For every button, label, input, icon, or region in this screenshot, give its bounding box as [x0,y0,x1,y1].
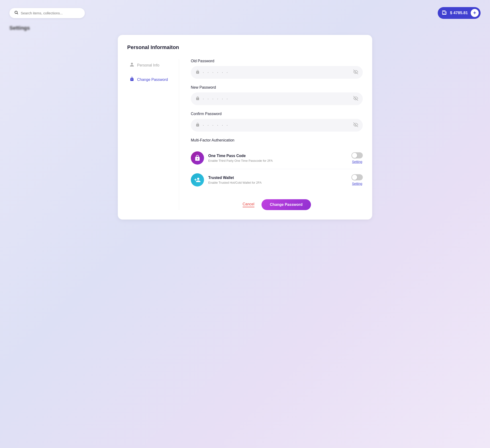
page-title: Settings [5,25,485,31]
lock-icon [130,77,134,82]
otp-setting-link[interactable]: Setting [352,160,362,164]
old-password-dots: · · · · · · [203,69,350,75]
wallet-mfa-controls: Setting [351,174,363,186]
new-password-field[interactable]: · · · · · · [191,92,363,105]
svg-line-1 [17,13,18,14]
sidebar-item-personal-info-label: Personal Info [137,63,159,67]
wallet-mfa-icon [191,173,204,187]
mfa-wallet-item: Trusted Wallet Enable Trusted Hot/Cold W… [191,169,363,191]
search-input[interactable] [21,11,80,15]
new-password-lock-icon [195,96,200,102]
sidebar-item-personal-info[interactable]: Personal Info [127,59,172,72]
new-password-dots: · · · · · · [203,96,350,102]
wallet-mfa-text: Trusted Wallet Enable Trusted Hot/Cold W… [208,176,347,184]
sidebar: Personal Info Change Password [127,59,179,210]
main-card: Personal Informaiton Personal Info Chang… [118,35,372,220]
wallet-button[interactable]: $ 4785.81 + [438,7,481,19]
old-password-field[interactable]: · · · · · · [191,66,363,79]
confirm-password-label: Confirm Password [191,112,363,116]
header: $ 4785.81 + [5,5,485,21]
wallet-mfa-toggle[interactable] [351,174,363,180]
action-buttons: Cancel Change Password [191,199,363,210]
wallet-amount: $ 4785.81 [450,11,468,15]
main-content: Old Password · · · · · · New Password [179,59,363,210]
mfa-title: Multi-Factor Authenication [191,138,363,143]
person-icon [130,62,134,68]
old-password-lock-icon [195,70,200,75]
confirm-password-field[interactable]: · · · · · · [191,119,363,132]
sidebar-item-change-password[interactable]: Change Password [127,73,172,86]
confirm-password-lock-icon [195,123,200,128]
otp-controls: Setting [351,152,363,164]
card-title: Personal Informaiton [127,44,363,50]
content-layout: Personal Info Change Password Old Passwo… [127,59,363,210]
search-bar[interactable] [9,8,85,18]
mfa-otp-item: One Time Pass Code Enable Third Party On… [191,147,363,169]
change-password-button[interactable]: Change Password [262,199,311,210]
new-password-label: New Password [191,85,363,90]
old-password-label: Old Password [191,59,363,63]
old-password-toggle-visibility[interactable] [353,70,358,75]
wallet-mfa-desc: Enable Trusted Hot/Cold Wallet for 2FA [208,181,347,184]
search-icon [14,10,18,16]
cancel-button[interactable]: Cancel [243,202,254,207]
wallet-add-button[interactable]: + [471,9,479,17]
sidebar-item-change-password-label: Change Password [137,78,168,82]
wallet-mfa-setting-link[interactable]: Setting [352,182,362,186]
otp-icon [191,151,204,165]
otp-toggle[interactable] [351,152,363,158]
wallet-icon [441,10,447,17]
confirm-password-toggle-visibility[interactable] [353,122,358,128]
otp-name: One Time Pass Code [208,154,347,158]
mfa-section: Multi-Factor Authenication One Time Pass… [191,138,363,191]
confirm-password-dots: · · · · · · [203,122,350,128]
otp-text: One Time Pass Code Enable Third Party On… [208,154,347,162]
wallet-mfa-name: Trusted Wallet [208,176,347,180]
new-password-toggle-visibility[interactable] [353,96,358,102]
otp-desc: Enable Third Party One Time Passcode for… [208,159,347,162]
